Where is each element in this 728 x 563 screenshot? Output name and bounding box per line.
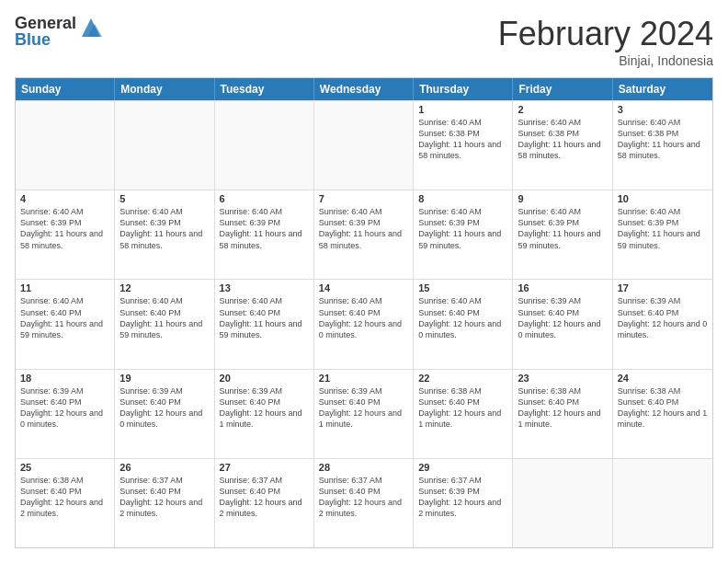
day-info: Sunrise: 6:40 AM Sunset: 6:40 PM Dayligh… [319, 295, 408, 340]
day-number: 5 [119, 193, 209, 204]
calendar-cell: 1Sunrise: 6:40 AM Sunset: 6:38 PM Daylig… [414, 101, 513, 190]
day-info: Sunrise: 6:39 AM Sunset: 6:40 PM Dayligh… [518, 295, 607, 340]
day-info: Sunrise: 6:39 AM Sunset: 6:40 PM Dayligh… [20, 385, 109, 431]
calendar-cell: 22Sunrise: 6:38 AM Sunset: 6:40 PM Dayli… [414, 370, 513, 458]
day-info: Sunrise: 6:40 AM Sunset: 6:38 PM Dayligh… [518, 117, 607, 162]
day-info: Sunrise: 6:37 AM Sunset: 6:40 PM Dayligh… [220, 475, 309, 520]
day-number: 16 [518, 282, 607, 293]
day-number: 2 [518, 104, 607, 115]
calendar-cell: 25Sunrise: 6:38 AM Sunset: 6:40 PM Dayli… [16, 459, 115, 547]
day-info: Sunrise: 6:40 AM Sunset: 6:39 PM Dayligh… [418, 206, 507, 251]
calendar-cell: 15Sunrise: 6:40 AM Sunset: 6:40 PM Dayli… [414, 280, 513, 368]
header: General Blue February 2024 Binjai, Indon… [15, 15, 713, 68]
calendar-cell: 26Sunrise: 6:37 AM Sunset: 6:40 PM Dayli… [115, 459, 214, 547]
day-number: 8 [418, 193, 507, 204]
day-number: 9 [518, 193, 607, 204]
calendar-cell: 19Sunrise: 6:39 AM Sunset: 6:40 PM Dayli… [115, 370, 214, 458]
calendar-cell: 21Sunrise: 6:39 AM Sunset: 6:40 PM Dayli… [314, 370, 414, 458]
day-info: Sunrise: 6:38 AM Sunset: 6:40 PM Dayligh… [618, 385, 708, 431]
day-number: 1 [418, 104, 507, 115]
logo-general-text: General [15, 15, 76, 31]
day-info: Sunrise: 6:40 AM Sunset: 6:39 PM Dayligh… [618, 206, 708, 251]
day-number: 25 [20, 462, 109, 473]
day-info: Sunrise: 6:40 AM Sunset: 6:40 PM Dayligh… [418, 295, 507, 340]
day-number: 7 [319, 193, 408, 204]
header-day-monday: Monday [115, 78, 214, 100]
day-info: Sunrise: 6:39 AM Sunset: 6:40 PM Dayligh… [220, 385, 309, 431]
calendar-cell: 6Sunrise: 6:40 AM Sunset: 6:39 PM Daylig… [215, 190, 314, 279]
day-number: 6 [220, 193, 309, 204]
day-number: 29 [418, 462, 507, 473]
calendar-cell [215, 101, 314, 190]
day-number: 22 [418, 373, 507, 384]
day-number: 19 [119, 373, 209, 384]
day-info: Sunrise: 6:40 AM Sunset: 6:38 PM Dayligh… [618, 117, 708, 162]
calendar-cell: 7Sunrise: 6:40 AM Sunset: 6:39 PM Daylig… [314, 190, 414, 279]
day-info: Sunrise: 6:40 AM Sunset: 6:40 PM Dayligh… [119, 295, 209, 340]
calendar-cell: 16Sunrise: 6:39 AM Sunset: 6:40 PM Dayli… [513, 280, 612, 368]
calendar-cell: 23Sunrise: 6:38 AM Sunset: 6:40 PM Dayli… [513, 370, 612, 458]
day-number: 21 [319, 373, 408, 384]
header-day-sunday: Sunday [16, 78, 115, 100]
day-number: 11 [20, 282, 109, 293]
day-info: Sunrise: 6:40 AM Sunset: 6:39 PM Dayligh… [518, 206, 607, 251]
calendar-cell: 28Sunrise: 6:37 AM Sunset: 6:40 PM Dayli… [314, 459, 414, 547]
day-number: 23 [518, 373, 607, 384]
calendar-cell: 10Sunrise: 6:40 AM Sunset: 6:39 PM Dayli… [613, 190, 712, 279]
day-info: Sunrise: 6:40 AM Sunset: 6:40 PM Dayligh… [220, 295, 309, 340]
day-number: 10 [618, 193, 708, 204]
calendar-body: 1Sunrise: 6:40 AM Sunset: 6:38 PM Daylig… [16, 100, 712, 547]
logo-blue-text: Blue [15, 31, 76, 48]
page: General Blue February 2024 Binjai, Indon… [0, 0, 728, 563]
day-info: Sunrise: 6:40 AM Sunset: 6:39 PM Dayligh… [220, 206, 309, 251]
calendar-cell: 9Sunrise: 6:40 AM Sunset: 6:39 PM Daylig… [513, 190, 612, 279]
day-info: Sunrise: 6:40 AM Sunset: 6:38 PM Dayligh… [418, 117, 507, 162]
calendar-cell [314, 101, 414, 190]
header-day-saturday: Saturday [613, 78, 712, 100]
day-number: 17 [618, 282, 708, 293]
day-info: Sunrise: 6:37 AM Sunset: 6:40 PM Dayligh… [119, 475, 209, 520]
calendar-cell: 20Sunrise: 6:39 AM Sunset: 6:40 PM Dayli… [215, 370, 314, 458]
day-info: Sunrise: 6:37 AM Sunset: 6:40 PM Dayligh… [319, 475, 408, 520]
day-number: 12 [119, 282, 209, 293]
calendar-row-2: 11Sunrise: 6:40 AM Sunset: 6:40 PM Dayli… [16, 279, 712, 368]
day-info: Sunrise: 6:40 AM Sunset: 6:40 PM Dayligh… [20, 295, 109, 340]
day-number: 15 [418, 282, 507, 293]
calendar-row-1: 4Sunrise: 6:40 AM Sunset: 6:39 PM Daylig… [16, 190, 712, 279]
calendar-row-3: 18Sunrise: 6:39 AM Sunset: 6:40 PM Dayli… [16, 369, 712, 458]
day-info: Sunrise: 6:39 AM Sunset: 6:40 PM Dayligh… [319, 385, 408, 431]
day-info: Sunrise: 6:39 AM Sunset: 6:40 PM Dayligh… [119, 385, 209, 431]
day-number: 20 [220, 373, 309, 384]
calendar-cell: 14Sunrise: 6:40 AM Sunset: 6:40 PM Dayli… [314, 280, 414, 368]
header-day-tuesday: Tuesday [215, 78, 314, 100]
day-number: 3 [618, 104, 708, 115]
day-number: 24 [618, 373, 708, 384]
calendar-cell: 3Sunrise: 6:40 AM Sunset: 6:38 PM Daylig… [613, 101, 712, 190]
calendar-cell: 17Sunrise: 6:39 AM Sunset: 6:40 PM Dayli… [613, 280, 712, 368]
day-number: 18 [20, 373, 109, 384]
calendar: SundayMondayTuesdayWednesdayThursdayFrid… [15, 77, 713, 548]
calendar-cell [613, 459, 712, 547]
calendar-cell: 24Sunrise: 6:38 AM Sunset: 6:40 PM Dayli… [613, 370, 712, 458]
day-info: Sunrise: 6:40 AM Sunset: 6:39 PM Dayligh… [319, 206, 408, 251]
header-day-thursday: Thursday [414, 78, 513, 100]
day-info: Sunrise: 6:40 AM Sunset: 6:39 PM Dayligh… [20, 206, 109, 251]
calendar-cell: 29Sunrise: 6:37 AM Sunset: 6:39 PM Dayli… [414, 459, 513, 547]
calendar-header: SundayMondayTuesdayWednesdayThursdayFrid… [16, 78, 712, 100]
calendar-cell: 13Sunrise: 6:40 AM Sunset: 6:40 PM Dayli… [215, 280, 314, 368]
day-number: 14 [319, 282, 408, 293]
calendar-row-4: 25Sunrise: 6:38 AM Sunset: 6:40 PM Dayli… [16, 458, 712, 547]
day-info: Sunrise: 6:38 AM Sunset: 6:40 PM Dayligh… [418, 385, 507, 431]
calendar-cell: 8Sunrise: 6:40 AM Sunset: 6:39 PM Daylig… [414, 190, 513, 279]
header-day-wednesday: Wednesday [314, 78, 414, 100]
location: Binjai, Indonesia [498, 53, 713, 68]
calendar-cell: 5Sunrise: 6:40 AM Sunset: 6:39 PM Daylig… [115, 190, 214, 279]
calendar-cell: 11Sunrise: 6:40 AM Sunset: 6:40 PM Dayli… [16, 280, 115, 368]
logo: General Blue [15, 15, 104, 48]
calendar-cell: 27Sunrise: 6:37 AM Sunset: 6:40 PM Dayli… [215, 459, 314, 547]
day-number: 4 [20, 193, 109, 204]
calendar-cell: 18Sunrise: 6:39 AM Sunset: 6:40 PM Dayli… [16, 370, 115, 458]
calendar-cell [16, 101, 115, 190]
calendar-cell [115, 101, 214, 190]
day-info: Sunrise: 6:38 AM Sunset: 6:40 PM Dayligh… [20, 475, 109, 520]
